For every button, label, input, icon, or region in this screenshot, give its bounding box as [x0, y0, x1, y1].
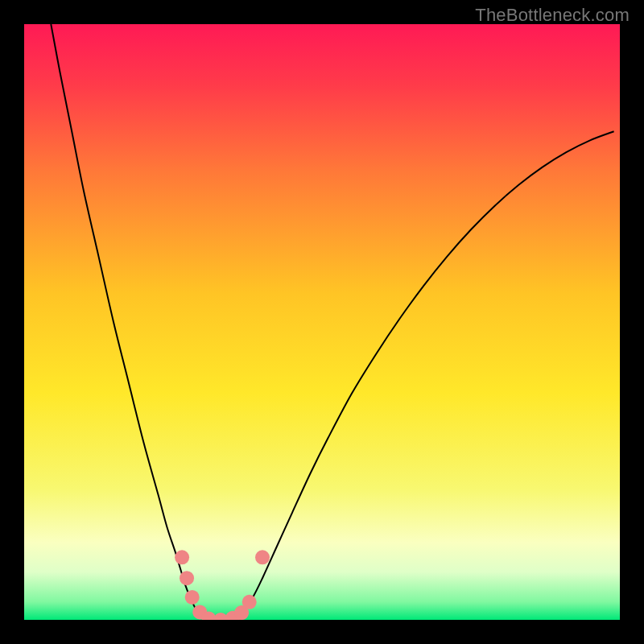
- chart-svg: [24, 24, 620, 620]
- chart-marker: [175, 550, 189, 564]
- chart-plot: [24, 24, 620, 620]
- chart-marker: [242, 595, 257, 609]
- chart-marker: [180, 571, 194, 585]
- chart-marker: [255, 550, 270, 564]
- chart-marker: [185, 590, 200, 605]
- watermark-label: TheBottleneck.com: [475, 5, 630, 26]
